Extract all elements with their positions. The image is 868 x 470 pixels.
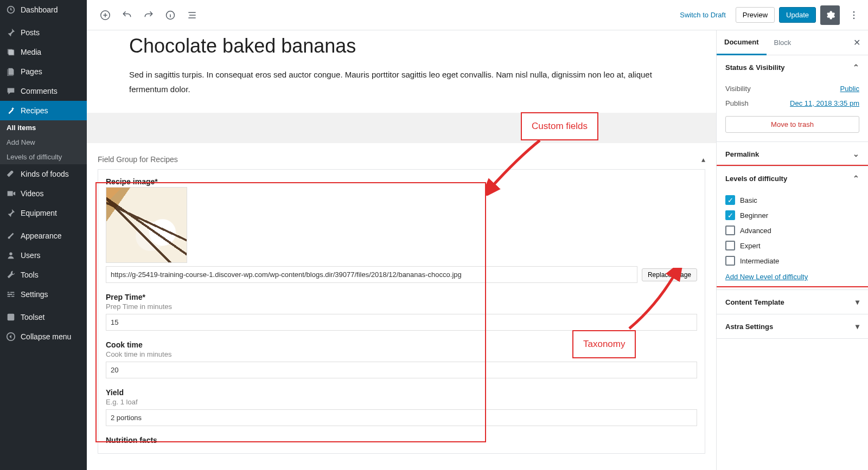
annotation-taxonomy: Taxonomy	[572, 330, 636, 358]
prep-time-input[interactable]	[106, 314, 697, 331]
outline-button[interactable]	[182, 5, 202, 25]
level-label: Beginner	[740, 211, 768, 220]
add-level-link[interactable]: Add New Level of difficulty	[725, 273, 808, 281]
level-checkbox-row[interactable]: Intermediate	[725, 253, 859, 268]
sidebar-sub-all-items[interactable]: All items	[0, 120, 87, 135]
level-label: Expert	[740, 242, 761, 250]
panel-permalink-header[interactable]: Permalink ⌄	[717, 142, 868, 166]
chevron-down-icon: ▾	[856, 298, 859, 306]
sidebar-item-media[interactable]: Media	[0, 42, 87, 62]
publish-value[interactable]: Dec 11, 2018 3:35 pm	[790, 99, 859, 107]
sidebar-label: Toolset	[21, 313, 44, 321]
sidebar-item-recipes[interactable]: Recipes	[0, 101, 87, 120]
replace-image-button[interactable]: Replace image	[642, 268, 697, 281]
move-to-trash-button[interactable]: Move to trash	[725, 116, 859, 133]
svg-rect-1	[8, 314, 15, 321]
panel-astra-header[interactable]: Astra Settings ▾	[717, 314, 868, 338]
visibility-label: Visibility	[725, 85, 751, 93]
collapse-icon	[5, 331, 16, 342]
level-label: Advanced	[740, 227, 771, 235]
tab-block[interactable]: Block	[767, 31, 799, 54]
brush-icon	[5, 230, 16, 241]
sidebar-item-settings[interactable]: Settings	[0, 285, 87, 304]
add-block-button[interactable]	[95, 5, 115, 25]
document-settings-panel: Document Block ✕ Status & Visibility ⌃ V…	[716, 30, 868, 470]
sidebar-label: Comments	[21, 87, 58, 95]
more-menu-button[interactable]	[844, 5, 864, 25]
cook-time-input[interactable]	[106, 362, 697, 378]
visibility-value[interactable]: Public	[840, 85, 859, 93]
pin-icon	[5, 27, 16, 38]
sidebar-sub-levels[interactable]: Levels of difficulty	[0, 150, 87, 164]
checkbox[interactable]	[725, 241, 735, 250]
redo-button[interactable]	[139, 5, 158, 25]
field-group-header[interactable]: Field Group for Recipes ▴	[98, 150, 705, 169]
sidebar-item-appearance[interactable]: Appearance	[0, 226, 87, 246]
sidebar-item-posts[interactable]: Posts	[0, 23, 87, 42]
level-label: Basic	[740, 196, 757, 204]
post-body[interactable]: Sed in sagittis turpis. In consequat ero…	[129, 67, 674, 96]
yield-label: Yield	[106, 388, 697, 397]
settings-gear-button[interactable]	[820, 5, 840, 25]
user-icon	[5, 250, 16, 261]
post-title[interactable]: Chocolate baked bananas	[129, 30, 674, 67]
wand-icon	[5, 105, 16, 116]
dashboard-icon	[5, 4, 16, 15]
sidebar-label: Videos	[21, 189, 44, 198]
panel-status-visibility-header[interactable]: Status & Visibility ⌃	[717, 55, 868, 79]
sidebar-item-comments[interactable]: Comments	[0, 81, 87, 101]
recipe-image-thumbnail[interactable]	[106, 187, 187, 263]
level-checkbox-row[interactable]: Beginner	[725, 208, 859, 223]
tab-document[interactable]: Document	[717, 30, 767, 55]
recipe-image-url-input[interactable]	[106, 266, 637, 283]
checkbox[interactable]	[725, 226, 735, 235]
switch-to-draft-button[interactable]: Switch to Draft	[674, 7, 731, 23]
pages-icon	[5, 66, 16, 77]
chevron-up-icon: ⌃	[853, 174, 859, 183]
sidebar-item-users[interactable]: Users	[0, 246, 87, 265]
level-checkbox-row[interactable]: Advanced	[725, 223, 859, 238]
sidebar-item-collapse[interactable]: Collapse menu	[0, 327, 87, 346]
update-button[interactable]: Update	[779, 7, 816, 23]
sidebar-label: Appearance	[21, 231, 62, 240]
chevron-down-icon: ⌄	[853, 150, 859, 158]
publish-label: Publish	[725, 99, 749, 107]
sidebar-item-pages[interactable]: Pages	[0, 62, 87, 81]
toolset-icon	[5, 312, 16, 323]
carrot-icon	[5, 169, 16, 179]
sidebar-label: Posts	[21, 28, 40, 37]
sliders-icon	[5, 289, 16, 300]
sidebar-label: Pages	[21, 67, 42, 76]
sidebar-label: Collapse menu	[21, 332, 71, 341]
pin-icon	[5, 208, 16, 218]
undo-button[interactable]	[117, 5, 137, 25]
editor-main: Switch to Draft Preview Update Chocolate…	[87, 0, 868, 470]
svg-point-6	[853, 14, 855, 16]
yield-desc: E.g. 1 loaf	[106, 398, 697, 406]
sidebar-label: Recipes	[21, 106, 48, 115]
chevron-down-icon: ▾	[856, 322, 859, 331]
sidebar-item-tools[interactable]: Tools	[0, 265, 87, 285]
sidebar-label: Tools	[21, 271, 39, 279]
sidebar-item-equipment[interactable]: Equipment	[0, 203, 87, 223]
yield-input[interactable]	[106, 409, 697, 426]
prep-time-desc: Prep Time in minutes	[106, 302, 697, 311]
sidebar-label: Dashboard	[21, 5, 58, 14]
panel-content-template-header[interactable]: Content Template ▾	[717, 290, 868, 314]
info-button[interactable]	[161, 5, 180, 25]
checkbox[interactable]	[725, 210, 735, 220]
sidebar-item-dashboard[interactable]: Dashboard	[0, 0, 87, 20]
level-checkbox-row[interactable]: Basic	[725, 192, 859, 208]
sidebar-item-videos[interactable]: Videos	[0, 184, 87, 203]
svg-point-5	[853, 11, 855, 12]
level-checkbox-row[interactable]: Expert	[725, 238, 859, 253]
sidebar-sub-add-new[interactable]: Add New	[0, 135, 87, 150]
panel-levels-header[interactable]: Levels of difficulty ⌃	[717, 166, 868, 190]
nutrition-label: Nutrition facts	[106, 436, 697, 445]
preview-button[interactable]: Preview	[736, 7, 775, 23]
checkbox[interactable]	[725, 256, 735, 266]
close-panel-button[interactable]: ✕	[846, 32, 868, 53]
checkbox[interactable]	[725, 195, 735, 205]
sidebar-item-toolset[interactable]: Toolset	[0, 307, 87, 327]
sidebar-item-kinds[interactable]: Kinds of foods	[0, 164, 87, 184]
